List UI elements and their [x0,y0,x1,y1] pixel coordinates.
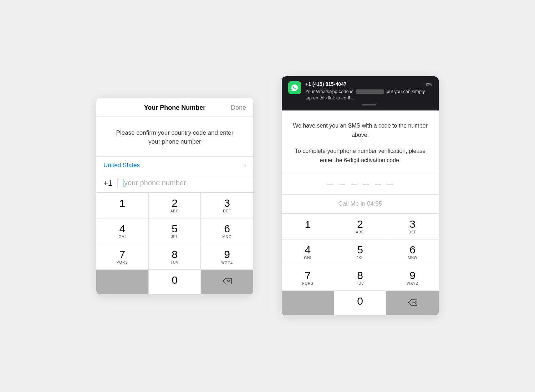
chevron-right-icon: › [244,162,246,169]
notification-banner: +1 (415) 815-4047 now Your WhatsApp code… [282,76,439,110]
instruction-area: Please confirm your country code and ent… [96,117,253,157]
r-key-1[interactable]: 1 [282,214,334,239]
key-5[interactable]: 5 JKL [149,218,201,244]
country-selector[interactable]: United States › [96,157,253,174]
cursor-blink [123,179,123,187]
key-digit: 2 [357,219,363,229]
country-code: +1 [103,179,118,188]
notif-sender: +1 (415) 815-4047 [305,81,347,87]
key-letters: DEF [408,230,417,234]
phone-input-row: +1 your phone number [96,174,253,192]
r-key-9[interactable]: 9 WXYZ [386,265,439,291]
code-input-row[interactable]: – – – – – – [282,172,439,195]
key-letters: ABC [170,209,179,213]
key-9[interactable]: 9 WXYZ [201,244,253,270]
key-digit: 0 [357,296,363,306]
code-dash-5: – [376,179,381,189]
key-letters: MNO [222,235,231,239]
r-key-8[interactable]: 8 TUV [334,265,387,291]
key-letters: TUV [356,282,364,285]
key-letters: MNO [408,256,417,260]
key-3[interactable]: 3 DEF [201,193,253,218]
country-name: United States [103,162,140,169]
r-key-4[interactable]: 4 GHI [282,239,334,265]
left-keypad: 1 2 ABC 3 DEF 4 GHI 5 JKL 6 MNO 7 PQRS 8 [96,192,253,295]
call-me-text: Call Me in 04:55 [338,200,382,207]
instruction-text: Please confirm your country code and ent… [111,128,239,146]
key-digit: 0 [172,275,178,285]
backspace-icon [222,277,232,287]
r-key-3[interactable]: 3 DEF [386,214,439,239]
key-2[interactable]: 2 ABC [149,193,201,218]
code-dash-4: – [363,179,369,189]
r-key-5[interactable]: 5 JKL [334,239,387,265]
r-key-7[interactable]: 7 PQRS [282,265,334,291]
key-letters: GHI [118,235,126,239]
right-keypad: 1 2 ABC 3 DEF 4 GHI 5 JKL 6 MNO 7 PQRS 8 [282,213,439,316]
key-7[interactable]: 7 PQRS [96,244,149,270]
key-digit: 1 [119,198,125,209]
key-digit: 3 [224,198,230,208]
key-letters: PQRS [302,282,314,285]
r-key-backspace[interactable] [386,291,439,316]
phone-input-field[interactable]: your phone number [123,179,246,187]
verification-text: To complete your phone number verificati… [292,146,428,165]
left-phone-screen: Your Phone Number Done Please confirm yo… [96,98,253,295]
code-dash-1: – [327,179,333,189]
r-key-2[interactable]: 2 ABC [334,214,387,239]
code-dash-6: – [387,179,393,189]
key-digit: 1 [305,219,311,230]
drag-bar [362,104,376,105]
code-dash-2: – [340,179,345,189]
notif-message: Your WhatsApp code is but you can simply… [305,88,432,101]
arrow-annotation [428,76,439,88]
redacted-code [356,89,384,94]
backspace-icon [408,298,418,308]
key-empty [96,270,149,295]
nav-title: Your Phone Number [144,104,206,112]
key-letters: WXYZ [407,282,418,285]
key-digit: 6 [409,244,416,255]
key-digit: 5 [172,223,178,234]
key-digit: 3 [409,219,416,229]
sms-body: We have sent you an SMS with a code to t… [282,110,439,172]
key-digit: 9 [224,249,230,260]
key-letters: GHI [304,256,311,260]
notification-content: +1 (415) 815-4047 now Your WhatsApp code… [305,81,432,105]
key-8[interactable]: 8 TUV [149,244,201,270]
key-6[interactable]: 6 MNO [201,218,253,244]
key-digit: 4 [119,223,125,234]
key-digit: 8 [357,270,363,281]
key-digit: 6 [224,223,230,234]
key-letters: TUV [170,261,179,264]
key-letters: JKL [171,235,178,239]
key-4[interactable]: 4 GHI [96,218,149,244]
key-0[interactable]: 0 [149,270,201,295]
key-letters: JKL [356,256,363,260]
notif-header: +1 (415) 815-4047 now [305,81,432,87]
r-key-empty [282,291,334,316]
key-letters: ABC [356,230,365,234]
phone-placeholder: your phone number [124,179,186,187]
key-digit: 9 [409,270,416,281]
done-button[interactable]: Done [231,104,246,112]
call-me-row[interactable]: Call Me in 04:55 [282,195,439,213]
whatsapp-icon [288,81,301,94]
key-1[interactable]: 1 [96,193,149,218]
key-digit: 5 [357,244,363,255]
r-key-0[interactable]: 0 [334,291,387,316]
right-phone-screen: +1 (415) 815-4047 now Your WhatsApp code… [282,76,439,316]
key-digit: 7 [119,249,125,260]
key-letters: PQRS [117,261,128,264]
key-backspace[interactable] [201,270,253,295]
key-letters: WXYZ [221,261,233,264]
key-digit: 8 [172,249,178,260]
code-dash-3: – [351,179,357,189]
sms-text: We have sent you an SMS with a code to t… [292,121,428,139]
r-key-6[interactable]: 6 MNO [386,239,439,265]
key-digit: 4 [305,244,311,255]
key-digit: 2 [172,198,178,208]
key-letters: DEF [223,209,231,213]
key-digit: 7 [305,270,311,281]
nav-bar: Your Phone Number Done [96,98,253,117]
